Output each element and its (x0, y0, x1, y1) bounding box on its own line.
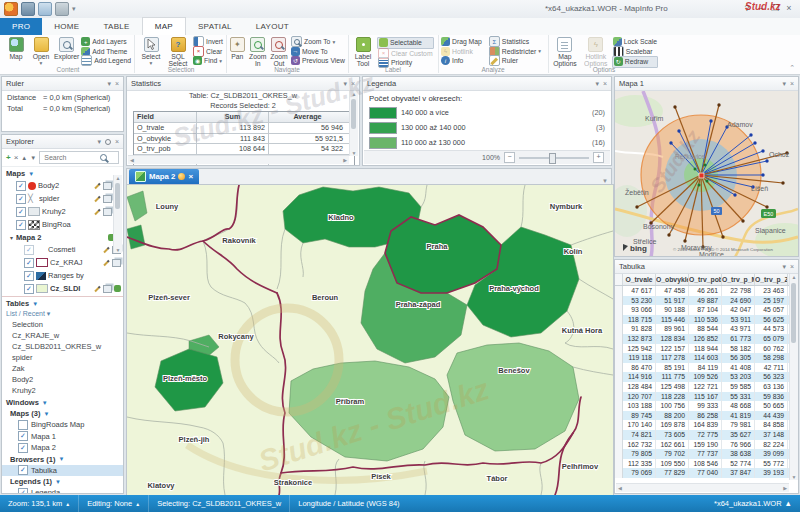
row-selector[interactable] (615, 420, 623, 430)
ribbon-collapse-icon[interactable]: ⌃ (789, 64, 795, 72)
explorer-button[interactable]: Explorer (54, 36, 79, 60)
cell[interactable]: 56 323 (755, 372, 788, 382)
tables-filter-icon[interactable]: ▼ (32, 301, 38, 307)
cell[interactable]: 37 148 (755, 430, 788, 440)
window-checkbox[interactable]: ✓ (18, 431, 28, 441)
cell[interactable]: 100 756 (656, 401, 689, 411)
cell[interactable]: 61 773 (722, 334, 755, 344)
quick-access-caret-icon[interactable]: ▾ (72, 5, 76, 13)
status-zoom[interactable]: Zoom: 135,1 km▲ (0, 495, 79, 512)
row-selector[interactable] (615, 286, 623, 296)
cell[interactable]: 79 981 (722, 420, 755, 430)
statistics-row[interactable]: O_trv_pob 108 644 54 322 (134, 143, 354, 154)
cell[interactable]: 85 191 (656, 363, 689, 373)
tab-spatial[interactable]: SPATIAL (186, 18, 244, 35)
row-selector[interactable] (615, 440, 623, 450)
table-row[interactable]: 114 916 111 775 109 526 53 203 56 323 (615, 372, 792, 382)
layer-row-spider[interactable]: ✓ ╳ spider (2, 192, 123, 205)
ruler-close-icon[interactable]: × (115, 80, 119, 87)
cell[interactable]: 73 605 (656, 430, 689, 440)
tab-map[interactable]: MAP (142, 17, 186, 35)
col-o-trv-p-z[interactable]: O_trv_p_Z (755, 274, 788, 285)
statistics-row[interactable]: O_trv_p_Z 54 955 27 477,5 (134, 165, 354, 166)
sql-select-button[interactable]: ? SQL Select (165, 36, 191, 67)
explorer-close-icon[interactable]: × (115, 138, 119, 145)
table-row[interactable]: 112 335 109 550 108 546 52 774 55 772 (615, 459, 792, 469)
cell[interactable]: 59 585 (722, 382, 755, 392)
cell[interactable]: 170 140 (623, 420, 656, 430)
table-row[interactable]: 47 617 47 458 46 261 22 798 23 463 (615, 286, 792, 296)
tab-home[interactable]: HOME (42, 18, 91, 35)
edit-pencil-icon[interactable] (103, 259, 109, 265)
cell[interactable]: 49 887 (689, 296, 722, 306)
statistics-row[interactable]: O_trvale 113 892 56 946 (134, 122, 354, 133)
maximize-button[interactable]: ❒ (768, 2, 782, 15)
cell[interactable]: 91 828 (623, 324, 656, 334)
cell[interactable]: 88 200 (656, 411, 689, 421)
cell[interactable]: 41 408 (722, 363, 755, 373)
close-button[interactable]: × (782, 2, 796, 15)
cell[interactable]: 110 536 (689, 315, 722, 325)
minimize-button[interactable]: – (754, 2, 768, 15)
cell[interactable]: 118 715 (623, 315, 656, 325)
layer-row-bingroads[interactable]: ✓ BingRoa (2, 218, 123, 231)
zoom-to-button[interactable]: Zoom To▾ (290, 37, 346, 47)
cell[interactable]: 47 617 (623, 286, 656, 296)
mapa1-canvas[interactable]: 50 E50 Kuřim Adamov Ochoz Žebětín Líšeň … (615, 91, 798, 257)
cell[interactable]: 24 690 (722, 296, 755, 306)
legend-class-row[interactable]: 110 000 až 130 000 (16) (363, 135, 611, 150)
col-o-trv-p-m[interactable]: O_trv_p_M (722, 274, 755, 285)
expand-icon[interactable]: ▾ (10, 234, 13, 241)
cell[interactable]: 87 104 (689, 305, 722, 315)
cell[interactable]: 162 732 (623, 440, 656, 450)
stat-col-field[interactable]: Field (134, 112, 196, 122)
cell[interactable]: 42 711 (755, 363, 788, 373)
layer-row-czsldb[interactable]: ✓ Cz_SLDI (2, 282, 123, 295)
layer-props-icon[interactable] (103, 285, 112, 293)
cell[interactable]: 72 775 (689, 430, 722, 440)
ruler-button[interactable]: Ruler (488, 56, 542, 66)
zoom-in-plus-icon[interactable]: + (593, 152, 604, 163)
row-selector[interactable] (615, 353, 623, 363)
cell[interactable]: 23 463 (755, 286, 788, 296)
layer-props-icon[interactable] (103, 182, 112, 190)
row-selector[interactable] (615, 296, 623, 306)
cell[interactable]: 159 190 (689, 440, 722, 450)
row-selector[interactable] (615, 411, 623, 421)
cell[interactable]: 86 258 (689, 411, 722, 421)
statistics-vscrollbar[interactable]: ▲▼ (349, 91, 358, 156)
cell[interactable]: 39 099 (755, 449, 788, 459)
clear-selection-button[interactable]: × Clear (192, 47, 224, 57)
ruler-menu-icon[interactable]: ▾ (107, 80, 111, 88)
layer-row-cosmetic[interactable]: ✓ Cosmeti (2, 243, 123, 256)
cell[interactable]: 58 182 (722, 344, 755, 354)
cell[interactable]: 99 333 (689, 401, 722, 411)
table-row[interactable]: 79 069 77 829 77 040 37 847 39 193 (615, 468, 792, 478)
status-workspace[interactable]: *x64_ukazka1.WOR▲ (706, 499, 800, 508)
cell[interactable]: 76 966 (722, 440, 755, 450)
table-row[interactable]: 79 805 79 702 77 737 38 638 39 099 (615, 449, 792, 459)
legend-class-row[interactable]: 140 000 a více (20) (363, 105, 611, 120)
layer-props-icon[interactable] (103, 208, 112, 216)
cell[interactable]: 89 961 (656, 324, 689, 334)
window-row-bingroads[interactable]: BingRoads Map (2, 419, 123, 431)
cell[interactable]: 79 069 (623, 468, 656, 478)
layer-checkbox[interactable]: ✓ (16, 181, 26, 191)
cell[interactable]: 93 066 (623, 305, 656, 315)
add-legend-button[interactable]: Add Legend (80, 56, 132, 66)
cell[interactable]: 169 878 (656, 420, 689, 430)
cell[interactable]: 114 603 (689, 353, 722, 363)
cell[interactable]: 109 550 (656, 459, 689, 469)
layer-props-icon[interactable] (103, 195, 112, 203)
mapa1-menu-icon[interactable]: ▾ (782, 80, 786, 88)
row-selector[interactable] (615, 449, 623, 459)
cell[interactable]: 35 627 (722, 430, 755, 440)
select-button[interactable]: Select ▾ (138, 36, 164, 66)
layer-checkbox[interactable]: ✓ (24, 271, 34, 281)
legend-zoom-slider[interactable] (519, 157, 589, 159)
cell[interactable]: 90 188 (656, 305, 689, 315)
cell[interactable]: 51 917 (656, 296, 689, 306)
cell[interactable]: 41 819 (722, 411, 755, 421)
zoom-layer-icon[interactable] (114, 285, 121, 292)
cell[interactable]: 82 224 (755, 440, 788, 450)
